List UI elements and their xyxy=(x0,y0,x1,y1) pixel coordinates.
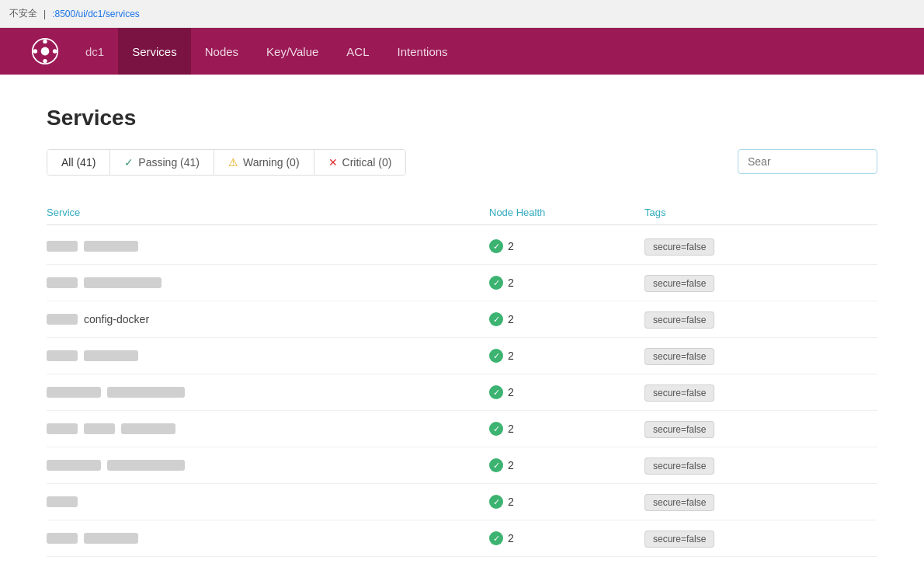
redacted-sub2 xyxy=(121,423,175,434)
table-row[interactable]: ✓ 2 secure=false xyxy=(47,411,877,447)
svg-point-5 xyxy=(53,49,57,53)
health-passing-icon: ✓ xyxy=(489,276,503,290)
table-row[interactable]: ✓ 2 secure=false xyxy=(47,484,877,520)
tags-cell: secure=false xyxy=(644,277,877,289)
table-row[interactable]: ✓ 2 secure=false xyxy=(47,520,877,557)
col-tags: Tags xyxy=(644,207,877,218)
health-cell: ✓ 2 xyxy=(489,531,644,545)
service-name xyxy=(47,496,489,507)
service-name xyxy=(47,460,489,471)
redacted-sub xyxy=(107,387,185,398)
health-cell: ✓ 2 xyxy=(489,312,644,326)
url-bar[interactable]: :8500/ui/dc1/services xyxy=(52,9,140,19)
health-cell: ✓ 2 xyxy=(489,239,644,253)
critical-icon: ✕ xyxy=(328,156,338,169)
consul-logo xyxy=(31,37,59,65)
health-cell: ✓ 2 xyxy=(489,422,644,436)
health-count: 2 xyxy=(508,350,514,362)
tag-badge: secure=false xyxy=(644,275,714,292)
filter-bar: All (41) ✓ Passing (41) ⚠ Warning (0) ✕ … xyxy=(47,149,406,176)
svg-point-2 xyxy=(43,40,47,43)
health-count: 2 xyxy=(508,240,514,252)
nav-intentions[interactable]: Intentions xyxy=(384,28,462,75)
health-passing-icon: ✓ xyxy=(489,531,503,545)
svg-point-4 xyxy=(33,49,37,53)
health-count: 2 xyxy=(508,532,514,544)
health-cell: ✓ 2 xyxy=(489,495,644,509)
redacted-name xyxy=(47,241,78,252)
health-passing-icon: ✓ xyxy=(489,312,503,326)
table-row[interactable]: ✓ 2 secure=false xyxy=(47,265,877,301)
redacted-name xyxy=(47,314,78,325)
col-node-health: Node Health xyxy=(489,207,644,218)
services-table: Service Node Health Tags ✓ 2 secure=fals… xyxy=(47,200,877,557)
health-count: 2 xyxy=(508,313,514,325)
tag-badge: secure=false xyxy=(644,238,714,256)
health-cell: ✓ 2 xyxy=(489,458,644,472)
redacted-sub xyxy=(84,533,138,544)
dc-selector[interactable]: dc1 xyxy=(71,28,118,75)
filter-critical[interactable]: ✕ Critical (0) xyxy=(314,150,406,175)
health-cell: ✓ 2 xyxy=(489,385,644,399)
redacted-sub xyxy=(84,350,138,361)
redacted-name xyxy=(47,423,78,434)
security-warning: 不安全 xyxy=(9,7,37,20)
filter-all[interactable]: All (41) xyxy=(47,150,110,175)
health-passing-icon: ✓ xyxy=(489,495,503,509)
redacted-sub xyxy=(84,423,115,434)
filter-warning[interactable]: ⚠ Warning (0) xyxy=(214,150,314,175)
tags-cell: secure=false xyxy=(644,350,877,362)
service-name xyxy=(47,423,489,434)
redacted-name xyxy=(47,460,101,471)
tags-cell: secure=false xyxy=(644,459,877,471)
nav-nodes[interactable]: Nodes xyxy=(191,28,252,75)
search-input[interactable] xyxy=(738,149,877,174)
service-name xyxy=(47,387,489,398)
tags-cell: secure=false xyxy=(644,532,877,544)
nav-services[interactable]: Services xyxy=(118,28,191,75)
passing-icon: ✓ xyxy=(124,156,134,169)
redacted-name xyxy=(47,387,101,398)
svg-point-3 xyxy=(43,59,47,63)
health-passing-icon: ✓ xyxy=(489,458,503,472)
table-row[interactable]: config-docker ✓ 2 secure=false xyxy=(47,301,877,338)
table-row[interactable]: ✓ 2 secure=false xyxy=(47,447,877,484)
service-name xyxy=(47,241,489,252)
tag-badge: secure=false xyxy=(644,457,714,475)
tags-cell: secure=false xyxy=(644,386,877,398)
health-cell: ✓ 2 xyxy=(489,276,644,290)
service-name xyxy=(47,533,489,544)
redacted-sub xyxy=(84,241,138,252)
warning-icon: ⚠ xyxy=(228,156,238,169)
health-count: 2 xyxy=(508,423,514,435)
service-label: config-docker xyxy=(84,313,149,325)
health-count: 2 xyxy=(508,459,514,471)
svg-point-1 xyxy=(41,47,50,56)
tag-badge: secure=false xyxy=(644,494,714,511)
navbar: dc1 Services Nodes Key/Value ACL Intenti… xyxy=(0,28,924,75)
redacted-name xyxy=(47,496,78,507)
tags-cell: secure=false xyxy=(644,313,877,325)
service-name: config-docker xyxy=(47,313,489,325)
tags-cell: secure=false xyxy=(644,496,877,508)
tag-badge: secure=false xyxy=(644,311,714,329)
browser-chrome: 不安全 | :8500/ui/dc1/services xyxy=(0,0,924,28)
health-count: 2 xyxy=(508,496,514,508)
table-row[interactable]: ✓ 2 secure=false xyxy=(47,228,877,265)
tags-cell: secure=false xyxy=(644,240,877,252)
search-container xyxy=(738,149,877,174)
table-row[interactable]: ✓ 2 secure=false xyxy=(47,338,877,374)
service-name xyxy=(47,277,489,288)
filter-passing[interactable]: ✓ Passing (41) xyxy=(110,150,214,175)
page-title: Services xyxy=(47,106,877,130)
redacted-name xyxy=(47,277,78,288)
nav-acl[interactable]: ACL xyxy=(332,28,383,75)
health-passing-icon: ✓ xyxy=(489,422,503,436)
col-service: Service xyxy=(47,207,489,218)
nav-kv[interactable]: Key/Value xyxy=(252,28,332,75)
table-header: Service Node Health Tags xyxy=(47,200,877,225)
redacted-name xyxy=(47,350,78,361)
tags-cell: secure=false xyxy=(644,423,877,435)
table-row[interactable]: ✓ 2 secure=false xyxy=(47,374,877,411)
health-passing-icon: ✓ xyxy=(489,239,503,253)
